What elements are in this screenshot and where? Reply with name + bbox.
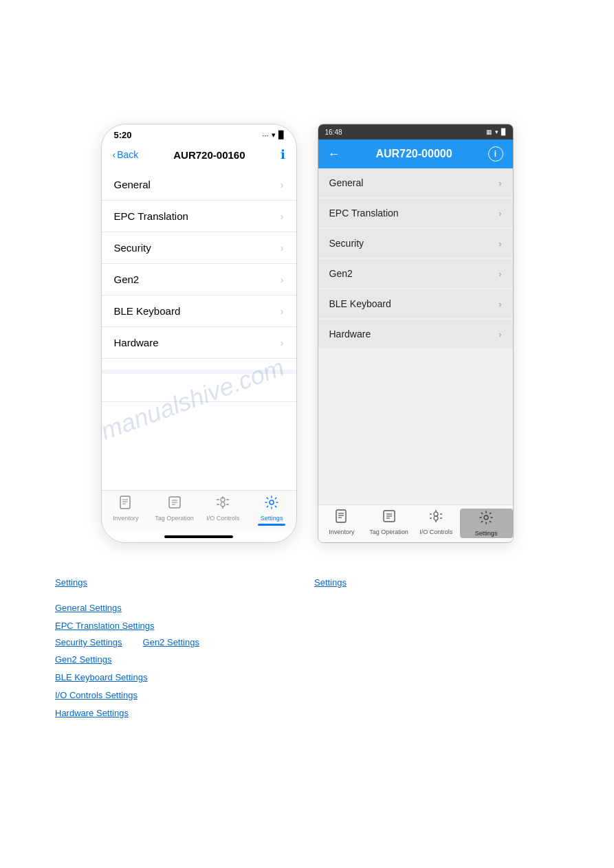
- signal-dots-icon: ···: [262, 131, 268, 140]
- page-container: 5:20 ··· ▾ ▉ ‹ Back AUR720-00160 ℹ: [0, 0, 614, 868]
- io-controls-icon: [215, 495, 230, 513]
- android-chevron-general: ›: [498, 178, 501, 188]
- android-time: 16:48: [325, 129, 342, 136]
- ios-tab-tag-operation[interactable]: Tag Operation: [150, 495, 199, 526]
- io-controls-settings-link[interactable]: I/O Controls Settings: [55, 690, 138, 700]
- right-settings-link[interactable]: Settings: [314, 577, 347, 588]
- back-label: Back: [117, 149, 138, 160]
- ios-nav-bar: ‹ Back AUR720-00160 ℹ: [102, 143, 296, 169]
- ios-menu-item-general[interactable]: General ›: [102, 169, 296, 201]
- link-row-2: EPC Translation Settings: [55, 619, 559, 632]
- ble-keyboard-settings-link[interactable]: BLE Keyboard Settings: [55, 672, 147, 682]
- ios-chevron-security: ›: [281, 243, 284, 254]
- android-battery-icon: ▉: [501, 129, 506, 135]
- svg-rect-0: [120, 496, 130, 509]
- android-tag-operation-icon: [382, 509, 397, 527]
- android-tab-label-settings: Settings: [475, 530, 498, 537]
- link-row-4: Gen2 Settings: [55, 653, 559, 665]
- android-menu-label-general: General: [329, 177, 364, 188]
- android-wifi-icon: ▾: [495, 129, 498, 135]
- android-menu-label-epc: EPC Translation: [329, 208, 399, 219]
- android-toolbar: ← AUR720-00000 i: [318, 140, 513, 168]
- android-menu-item-epc[interactable]: EPC Translation ›: [318, 199, 513, 227]
- android-chevron-hardware: ›: [498, 329, 501, 340]
- ios-tab-settings[interactable]: Settings: [248, 495, 296, 526]
- android-menu-label-security: Security: [329, 238, 364, 249]
- ios-tab-bar: Inventory Tag Operation: [102, 490, 296, 531]
- general-settings-link[interactable]: General Settings: [55, 603, 122, 613]
- link-row-6: I/O Controls Settings: [55, 689, 559, 701]
- android-toolbar-title: AUR720-00000: [375, 148, 452, 160]
- android-tab-io-controls[interactable]: I/O Controls: [413, 509, 460, 538]
- ios-home-indicator: [102, 531, 296, 542]
- svg-point-33: [484, 515, 488, 520]
- epc-translation-settings-link[interactable]: EPC Translation Settings: [55, 621, 155, 631]
- ios-tab-label-tag-operation: Tag Operation: [155, 515, 194, 522]
- chevron-left-icon: ‹: [113, 149, 116, 160]
- android-chevron-ble: ›: [498, 299, 501, 309]
- ios-tab-label-inventory: Inventory: [113, 515, 138, 522]
- settings-icon: [264, 495, 279, 513]
- ios-menu-item-gen2[interactable]: Gen2 ›: [102, 264, 296, 296]
- ios-home-bar: [164, 535, 233, 538]
- phones-row: 5:20 ··· ▾ ▉ ‹ Back AUR720-00160 ℹ: [14, 14, 600, 564]
- ios-menu-label-ble: BLE Keyboard: [114, 305, 181, 317]
- ios-menu-item-hardware[interactable]: Hardware ›: [102, 327, 296, 359]
- left-settings-link[interactable]: Settings: [55, 577, 87, 588]
- ios-info-button[interactable]: ℹ: [281, 147, 285, 162]
- gen2-settings-link-inline[interactable]: Gen2 Settings: [143, 637, 199, 647]
- tag-operation-icon: [167, 495, 182, 513]
- android-tab-tag-operation[interactable]: Tag Operation: [365, 509, 413, 538]
- android-info-button[interactable]: i: [488, 146, 503, 162]
- android-tab-bar: Inventory Tag Operation: [318, 504, 513, 542]
- android-menu-item-security[interactable]: Security ›: [318, 229, 513, 258]
- android-inventory-icon: [334, 509, 349, 527]
- ios-menu-label-gen2: Gen2: [114, 274, 140, 285]
- ios-tab-inventory[interactable]: Inventory: [102, 495, 151, 526]
- android-status-bar: 16:48 ▦ ▾ ▉: [318, 124, 513, 140]
- android-tab-settings[interactable]: Settings: [460, 509, 513, 538]
- android-back-button[interactable]: ←: [328, 147, 340, 162]
- ios-tab-io-controls[interactable]: I/O Controls: [199, 495, 248, 526]
- android-menu-item-gen2[interactable]: Gen2 ›: [318, 259, 513, 288]
- android-menu-label-gen2: Gen2: [329, 268, 353, 279]
- android-menu-item-ble[interactable]: BLE Keyboard ›: [318, 289, 513, 318]
- wifi-icon: ▾: [272, 131, 276, 140]
- android-tab-label-io-controls: I/O Controls: [419, 528, 452, 535]
- ios-chevron-ble: ›: [281, 306, 284, 317]
- android-tab-inventory[interactable]: Inventory: [318, 509, 366, 538]
- ios-tab-label-settings: Settings: [261, 515, 283, 522]
- link-row-3: Security Settings Gen2 Settings: [55, 637, 559, 647]
- android-chevron-security: ›: [498, 238, 501, 249]
- ios-menu-label-hardware: Hardware: [114, 337, 159, 348]
- ios-tab-label-io-controls: I/O Controls: [206, 515, 239, 522]
- ios-menu-label-security: Security: [114, 242, 151, 254]
- ios-chevron-gen2: ›: [281, 274, 284, 285]
- link-row-1: General Settings: [55, 601, 559, 614]
- ios-status-bar: 5:20 ··· ▾ ▉: [102, 124, 296, 143]
- ios-nav-title: AUR720-00160: [173, 149, 245, 161]
- android-chevron-epc: ›: [498, 208, 501, 219]
- android-menu-list: General › EPC Translation › Security › G…: [318, 168, 513, 504]
- ios-menu-label-general: General: [114, 179, 151, 190]
- android-tab-label-inventory: Inventory: [329, 528, 354, 535]
- android-menu-item-general[interactable]: General ›: [318, 168, 513, 197]
- hardware-settings-link[interactable]: Hardware Settings: [55, 708, 129, 718]
- android-settings-icon: [479, 510, 494, 528]
- gen2-settings-link[interactable]: Gen2 Settings: [55, 654, 111, 665]
- ios-chevron-general: ›: [281, 179, 284, 190]
- ios-back-button[interactable]: ‹ Back: [113, 149, 139, 160]
- android-menu-item-hardware[interactable]: Hardware ›: [318, 320, 513, 348]
- svg-point-32: [434, 516, 438, 520]
- inventory-icon: [118, 495, 133, 513]
- ios-menu-list: General › EPC Translation › Security › G…: [102, 169, 296, 490]
- right-phone-android: 16:48 ▦ ▾ ▉ ← AUR720-00000 i General ›: [318, 124, 514, 543]
- ios-menu-item-epc[interactable]: EPC Translation ›: [102, 201, 296, 232]
- links-section: Settings Settings General Settings EPC T…: [14, 564, 600, 745]
- left-phone-ios: 5:20 ··· ▾ ▉ ‹ Back AUR720-00160 ℹ: [101, 124, 297, 543]
- svg-point-31: [434, 512, 438, 516]
- ios-menu-item-security[interactable]: Security ›: [102, 232, 296, 264]
- security-settings-link[interactable]: Security Settings: [55, 637, 122, 647]
- ios-menu-item-ble[interactable]: BLE Keyboard ›: [102, 296, 296, 327]
- top-links-row: Settings Settings: [55, 577, 559, 588]
